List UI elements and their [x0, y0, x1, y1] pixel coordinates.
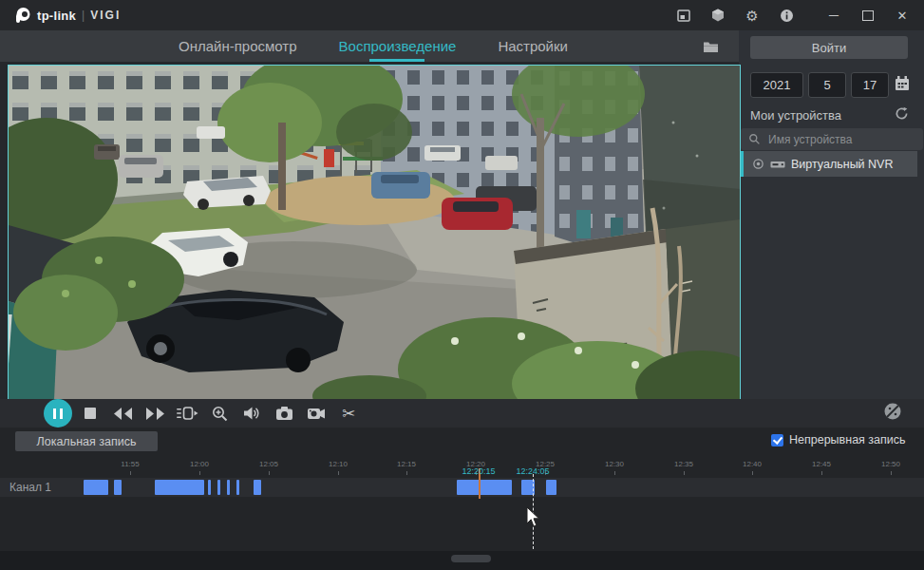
stop-icon: [84, 407, 97, 420]
tick-label: 12:45: [812, 460, 831, 468]
tab-settings[interactable]: Настройки: [496, 32, 570, 60]
minimize-icon[interactable]: ─: [821, 5, 846, 26]
recording-segment[interactable]: [155, 480, 204, 495]
date-day-field[interactable]: 17: [851, 72, 889, 98]
pause-button[interactable]: [42, 400, 74, 427]
fast-forward-icon: [145, 407, 165, 421]
device-search-input[interactable]: [766, 132, 903, 147]
close-icon[interactable]: ✕: [890, 5, 915, 26]
continuous-record-label: Непрерывная запись: [789, 433, 906, 446]
gallery-icon[interactable]: [671, 5, 696, 26]
record-camera-icon: [307, 406, 326, 421]
refresh-icon[interactable]: [895, 106, 909, 124]
checkbox-checked-icon[interactable]: [771, 434, 783, 446]
tick-mark: [199, 471, 200, 475]
snapshot-camera-icon: [275, 406, 293, 421]
timeline-track[interactable]: Канал 1: [0, 478, 924, 497]
tick-label: 11:55: [121, 460, 139, 468]
tick-mark: [130, 471, 131, 475]
zoom-in-icon: [212, 406, 228, 422]
tick-label: 12:40: [743, 460, 762, 468]
recording-segment[interactable]: [254, 480, 261, 495]
folder-icon[interactable]: [703, 40, 719, 57]
tick-label: 12:15: [397, 460, 416, 468]
scrollbar-thumb[interactable]: [451, 555, 491, 562]
playback-toolbar: ✂: [0, 399, 924, 428]
recording-segment[interactable]: [546, 480, 556, 495]
tick-mark: [338, 471, 339, 475]
tab-live-view[interactable]: Онлайн-просмотр: [177, 32, 299, 60]
volume-button[interactable]: [236, 400, 268, 427]
rewind-icon: [113, 407, 133, 421]
brand-product: VIGI: [90, 9, 121, 22]
locate-icon: [752, 158, 764, 170]
tab-playback[interactable]: Воспроизведение: [337, 32, 459, 60]
recording-segment[interactable]: [457, 480, 512, 495]
maximize-icon[interactable]: [856, 5, 880, 26]
login-button[interactable]: Войти: [750, 36, 908, 59]
recording-segment[interactable]: [217, 480, 220, 495]
titlebar: tp-link | VIGI ⚙ ─ ✕: [0, 0, 924, 30]
device-search-box[interactable]: [741, 128, 923, 150]
timeline-scrollbar: [0, 551, 924, 570]
snapshot-button[interactable]: [268, 400, 300, 427]
tick-label: 12:10: [329, 460, 348, 468]
tick-mark: [821, 471, 822, 475]
zoom-in-button[interactable]: [203, 400, 236, 427]
calendar-icon[interactable]: [894, 75, 911, 96]
channel-label: Канал 1: [9, 481, 51, 494]
fisheye-button[interactable]: [882, 401, 903, 426]
local-record-button[interactable]: Локальная запись: [15, 431, 158, 451]
cursor-icon: [526, 507, 541, 531]
tick-mark: [684, 471, 685, 475]
sub-bar: Локальная запись Непрерывная запись: [0, 428, 924, 454]
tick-label: 12:05: [259, 460, 278, 468]
cube-icon[interactable]: [706, 5, 730, 26]
brand-name: tp-link: [37, 9, 76, 23]
tick-label: 12:50: [881, 460, 900, 468]
tick-label: 12:35: [674, 460, 693, 468]
device-item-virtual-nvr[interactable]: Виртуальный NVR: [741, 151, 917, 177]
timeline[interactable]: 11:5512:0012:0512:1012:1512:2012:2512:30…: [0, 454, 924, 551]
date-year-field[interactable]: 2021: [750, 72, 803, 98]
tick-label: 12:30: [605, 460, 624, 468]
video-feed[interactable]: [8, 65, 741, 401]
gear-icon[interactable]: ⚙: [740, 5, 764, 26]
info-icon[interactable]: [774, 5, 799, 26]
tick-label: 12:00: [190, 460, 209, 468]
record-button[interactable]: [300, 400, 332, 427]
fast-forward-button[interactable]: [139, 400, 171, 427]
frame-step-button[interactable]: [171, 400, 203, 427]
pause-icon: [44, 399, 72, 428]
video-scene: [9, 66, 740, 400]
recording-segment[interactable]: [227, 480, 230, 495]
tplink-logo-icon: [13, 7, 31, 25]
stop-button[interactable]: [74, 400, 106, 427]
brand-logo: tp-link | VIGI: [13, 7, 121, 25]
right-panel: Войти 2021 5 17 Мои устройства Виртуальн…: [739, 30, 924, 399]
date-month-field[interactable]: 5: [808, 72, 846, 98]
tick-mark: [891, 471, 892, 475]
nvr-icon: [770, 159, 785, 170]
recording-segment[interactable]: [84, 480, 108, 495]
tick-mark: [614, 471, 615, 475]
continuous-record-toggle[interactable]: Непрерывная запись: [771, 433, 906, 446]
rewind-button[interactable]: [106, 400, 139, 427]
navbar: Онлайн-просмотр Воспроизведение Настройк…: [0, 30, 739, 62]
clip-button[interactable]: ✂: [332, 400, 365, 427]
brand-separator: |: [82, 9, 85, 22]
recording-segment[interactable]: [236, 480, 239, 495]
scissors-icon: ✂: [342, 406, 355, 422]
volume-icon: [243, 406, 260, 421]
recording-segment[interactable]: [114, 480, 122, 495]
tick-mark: [406, 471, 407, 475]
frame-step-icon: [176, 406, 198, 421]
tick-mark: [269, 471, 270, 475]
vigi-app-window: tp-link | VIGI ⚙ ─ ✕ Онлайн-просмотр Вос…: [0, 0, 924, 570]
device-item-label: Виртуальный NVR: [791, 158, 893, 171]
seek-time-label: 12:24:05: [516, 466, 549, 476]
devices-header: Мои устройства: [750, 108, 841, 123]
playhead-time-label: 12:20:15: [462, 466, 495, 476]
main-content: [0, 62, 739, 399]
recording-segment[interactable]: [208, 480, 211, 495]
